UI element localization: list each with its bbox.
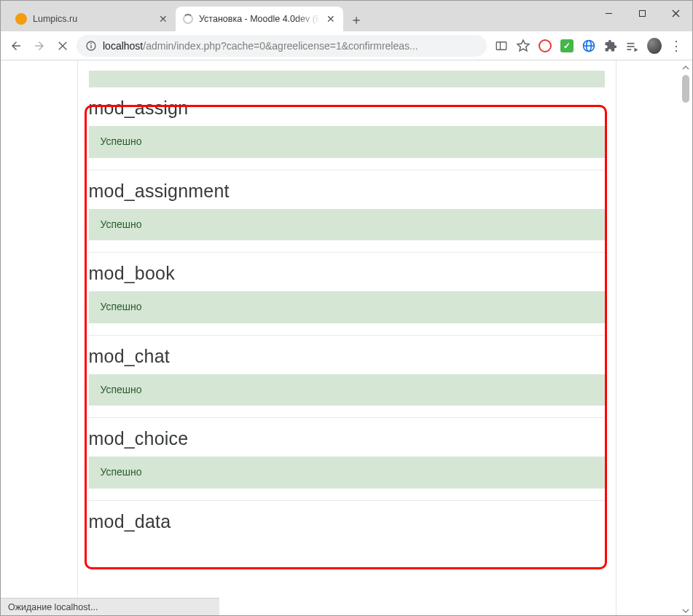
close-icon[interactable]: ✕ [158,14,168,24]
browser-statusbar: Ожидание localhost... [1,598,219,615]
page-viewport: mod_assign Успешно mod_assignment Успешн… [1,60,692,615]
tab-moodle-install[interactable]: Установка - Moodle 4.0dev (Buil ✕ [176,7,343,31]
minimize-button[interactable] [592,1,625,25]
stop-button[interactable] [53,36,72,55]
page-content: mod_assign Успешно mod_assignment Успешн… [77,60,616,615]
url-text: localhost/admin/index.php?cache=0&agreel… [103,40,418,52]
bookmark-star-icon[interactable] [516,39,530,53]
module-block: mod_choice Успешно [89,418,605,501]
profile-avatar[interactable] [647,39,662,53]
svg-point-8 [90,42,92,44]
forward-button[interactable] [30,36,49,55]
prev-status-remnant [89,71,605,87]
site-info-icon[interactable] [85,40,97,52]
status-text: Успешно [101,135,593,149]
toolbar: localhost/admin/index.php?cache=0&agreel… [1,31,692,60]
module-block: mod_chat Успешно [89,336,605,419]
maximize-button[interactable] [625,1,659,25]
scroll-up-icon[interactable] [681,62,691,74]
module-title: mod_assign [89,98,605,119]
favicon-lumpics-icon [15,13,27,25]
status-text: Успешно [101,383,593,398]
new-tab-button[interactable]: ＋ [346,9,367,30]
module-title: mod_book [89,263,605,284]
module-title: mod_data [89,511,605,532]
module-block: mod_book Успешно [89,253,605,336]
module-block: mod_assign Успешно [89,87,605,170]
tab-label: Lumpics.ru [33,14,152,24]
browser-tabs: Lumpics.ru ✕ Установка - Moodle 4.0dev (… [1,1,592,31]
module-title: mod_choice [89,428,605,449]
vertical-scrollbar[interactable] [681,62,691,615]
status-text: Успешно [101,218,593,232]
titlebar: Lumpics.ru ✕ Установка - Moodle 4.0dev (… [1,1,692,31]
scroll-thumb[interactable] [682,75,689,103]
back-button[interactable] [7,36,26,55]
status-text: Успешно [101,465,593,480]
close-icon[interactable]: ✕ [326,14,336,24]
tab-lumpics[interactable]: Lumpics.ru ✕ [8,7,176,31]
status-success: Успешно [89,374,605,406]
module-title: mod_assignment [89,181,605,202]
module-block: mod_assignment Успешно [89,170,605,253]
tab-label: Установка - Moodle 4.0dev (Buil [199,14,320,24]
extensions-button-icon[interactable] [603,39,618,53]
ext-green-check-icon[interactable]: ✓ [560,39,574,53]
close-window-button[interactable] [659,1,692,25]
ext-globe-icon[interactable] [582,39,596,53]
statusbar-text: Ожидание localhost... [8,602,98,612]
ext-red-circle-icon[interactable] [538,39,552,53]
status-text: Успешно [101,300,593,315]
reader-mode-icon[interactable] [494,39,509,53]
address-bar[interactable]: localhost/admin/index.php?cache=0&agreel… [77,35,487,57]
modules-list: mod_assign Успешно mod_assignment Успешн… [78,87,616,551]
status-success: Успешно [89,457,605,489]
scroll-down-icon[interactable] [681,605,691,615]
svg-rect-1 [639,10,645,16]
window-controls [592,1,692,31]
svg-rect-9 [496,42,506,50]
status-success: Успешно [89,291,605,323]
media-control-icon[interactable] [625,39,640,53]
status-success: Успешно [89,209,605,241]
status-success: Успешно [89,126,605,158]
module-block: mod_data [89,501,605,551]
menu-button[interactable]: ⋮ [669,39,684,53]
extensions-area: ✓ ⋮ [491,39,686,53]
module-title: mod_chat [89,346,605,367]
loading-spinner-icon [183,14,193,24]
